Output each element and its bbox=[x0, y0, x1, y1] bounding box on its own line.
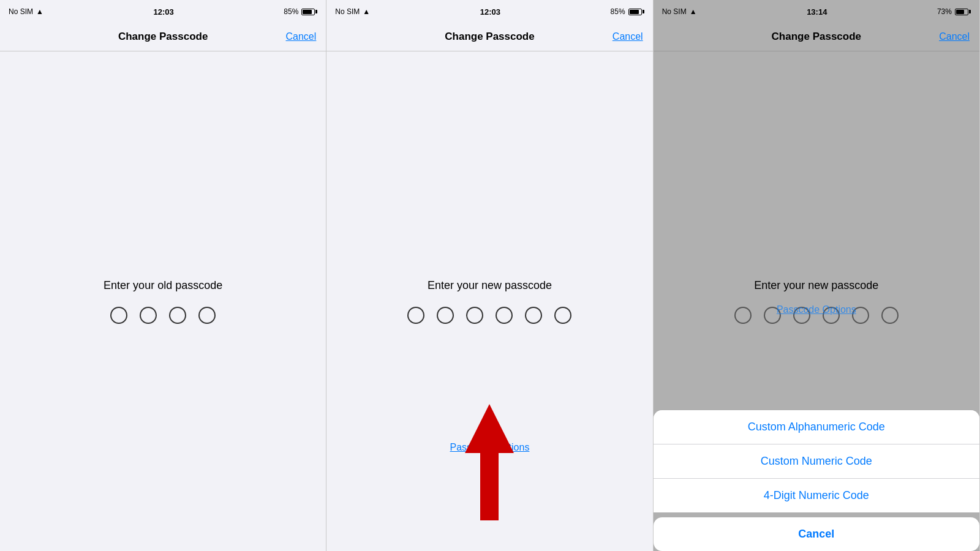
action-sheet-menu: Custom Alphanumeric Code Custom Numeric … bbox=[654, 410, 979, 512]
battery-pct-3: 73% bbox=[937, 7, 952, 16]
dot-2-2 bbox=[437, 307, 454, 324]
arrow-svg bbox=[453, 398, 526, 520]
status-time-1: 12:03 bbox=[153, 7, 173, 17]
passcode-prompt-2: Enter your new passcode bbox=[428, 279, 552, 292]
dot-1-2 bbox=[140, 307, 157, 324]
battery-icon-3 bbox=[955, 9, 971, 15]
cancel-button-3[interactable]: Cancel bbox=[939, 31, 970, 42]
svg-marker-0 bbox=[465, 404, 514, 520]
battery-pct-1: 85% bbox=[284, 7, 298, 16]
dots-row-2 bbox=[407, 307, 571, 324]
cancel-button-2[interactable]: Cancel bbox=[612, 31, 643, 42]
status-bar-2: No SIM ▲ 12:03 85% bbox=[326, 0, 652, 22]
panel-3: No SIM ▲ 13:14 73% Change Passcode Cance… bbox=[654, 0, 980, 551]
no-sim-label-2: No SIM bbox=[335, 7, 360, 16]
panel-1: No SIM ▲ 12:03 85% Change Passcode Cance… bbox=[0, 0, 326, 551]
wifi-icon-2: ▲ bbox=[363, 7, 370, 16]
nav-bar-3: Change Passcode Cancel bbox=[654, 22, 979, 51]
dot-2-1 bbox=[407, 307, 424, 324]
status-time-2: 12:03 bbox=[480, 7, 500, 17]
passcode-prompt-3: Enter your new passcode bbox=[754, 279, 878, 292]
red-arrow bbox=[453, 398, 526, 520]
passcode-prompt-1: Enter your old passcode bbox=[104, 279, 222, 292]
status-right-1: 85% bbox=[284, 7, 317, 16]
content-1: Enter your old passcode bbox=[0, 51, 326, 551]
action-sheet-item-numeric[interactable]: Custom Numeric Code bbox=[654, 444, 979, 479]
action-sheet-item-alphanumeric[interactable]: Custom Alphanumeric Code bbox=[654, 410, 979, 444]
cancel-button-1[interactable]: Cancel bbox=[286, 31, 317, 42]
dot-2-3 bbox=[466, 307, 483, 324]
nav-bar-2: Change Passcode Cancel bbox=[326, 22, 652, 51]
action-sheet-3: Custom Alphanumeric Code Custom Numeric … bbox=[654, 410, 979, 551]
battery-pct-2: 85% bbox=[611, 7, 625, 16]
no-sim-label-1: No SIM bbox=[9, 7, 33, 16]
no-sim-label-3: No SIM bbox=[662, 7, 687, 16]
dot-1-1 bbox=[110, 307, 127, 324]
status-bar-3: No SIM ▲ 13:14 73% bbox=[654, 0, 979, 22]
content-2: Enter your new passcode Passcode Options bbox=[326, 51, 652, 551]
battery-icon-2 bbox=[628, 9, 644, 15]
status-left-3: No SIM ▲ bbox=[662, 7, 697, 16]
status-bar-1: No SIM ▲ 12:03 85% bbox=[0, 0, 326, 22]
wifi-icon-3: ▲ bbox=[690, 7, 697, 16]
status-left-1: No SIM ▲ bbox=[9, 7, 43, 16]
nav-title-1: Change Passcode bbox=[118, 31, 208, 43]
nav-title-2: Change Passcode bbox=[445, 31, 534, 43]
dot-3-1 bbox=[734, 307, 752, 324]
battery-icon-1 bbox=[301, 9, 317, 15]
status-right-2: 85% bbox=[611, 7, 644, 16]
dot-3-6 bbox=[881, 307, 899, 324]
dot-2-4 bbox=[496, 307, 513, 324]
status-left-2: No SIM ▲ bbox=[335, 7, 370, 16]
status-time-3: 13:14 bbox=[807, 7, 827, 17]
dots-row-1 bbox=[110, 307, 216, 324]
dot-2-6 bbox=[554, 307, 571, 324]
nav-bar-1: Change Passcode Cancel bbox=[0, 22, 326, 51]
passcode-options-dimmed-3: Passcode Options bbox=[777, 304, 856, 315]
nav-title-3: Change Passcode bbox=[772, 31, 861, 43]
action-sheet-item-4digit[interactable]: 4-Digit Numeric Code bbox=[654, 479, 979, 512]
dot-1-4 bbox=[198, 307, 216, 324]
dot-2-5 bbox=[525, 307, 542, 324]
passcode-options-link-2[interactable]: Passcode Options bbox=[450, 442, 530, 453]
panel-2: No SIM ▲ 12:03 85% Change Passcode Cance… bbox=[326, 0, 653, 551]
action-sheet-cancel-button[interactable]: Cancel bbox=[654, 517, 979, 551]
dot-1-3 bbox=[169, 307, 186, 324]
status-right-3: 73% bbox=[937, 7, 971, 16]
wifi-icon-1: ▲ bbox=[36, 7, 43, 16]
